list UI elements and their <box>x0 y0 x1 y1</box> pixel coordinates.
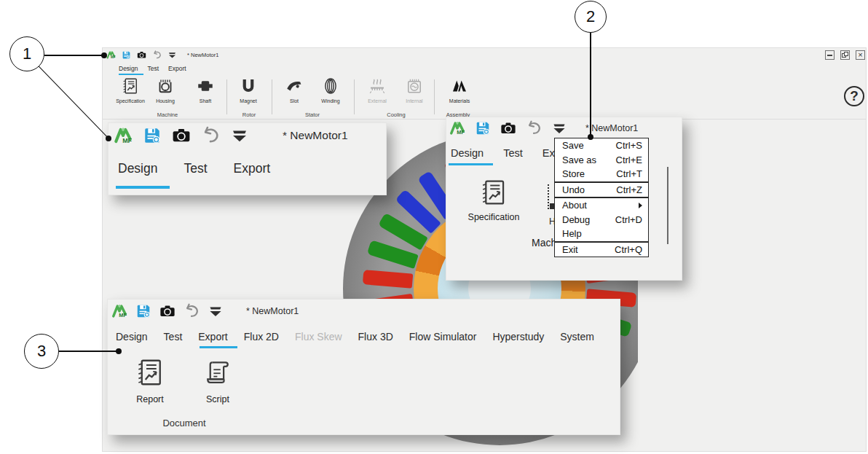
camera-icon[interactable] <box>500 120 516 136</box>
ribbon-item-specification[interactable]: Specification <box>451 179 537 222</box>
save-icon[interactable] <box>475 120 491 136</box>
tab-design[interactable]: Design <box>119 65 138 72</box>
slot-icon <box>285 85 303 97</box>
camera-icon[interactable] <box>159 303 175 319</box>
help-button[interactable]: ? <box>844 86 864 106</box>
tab-test[interactable]: Test <box>147 65 159 72</box>
menu-chevron-icon[interactable] <box>208 303 224 319</box>
tab-test[interactable]: Test <box>503 147 523 159</box>
tab-hyperstudy[interactable]: Hyperstudy <box>492 331 544 343</box>
fluxmotor-logo-icon[interactable] <box>106 50 116 60</box>
ribbon-separator <box>667 167 668 244</box>
save-icon[interactable] <box>135 303 151 319</box>
motor-title: * NewMotor1 <box>187 52 218 58</box>
tab-flux-2d[interactable]: Flux 2D <box>244 331 279 343</box>
housing-icon <box>157 85 174 97</box>
menu-item-help[interactable]: Help <box>555 227 648 241</box>
active-tab-underline <box>449 163 493 165</box>
menu-chevron-icon[interactable] <box>167 50 177 60</box>
ribbon-separator <box>272 79 272 114</box>
callout-2: 2 <box>575 1 607 33</box>
menu-item-save-as[interactable]: Save as Ctrl+E <box>555 153 648 168</box>
tab-flow-simulator[interactable]: Flow Simulator <box>409 331 477 343</box>
submenu-arrow-icon <box>639 203 642 208</box>
ribbon-group-machine: Machine <box>135 111 200 118</box>
fluxmotor-logo-icon[interactable] <box>114 126 133 145</box>
ribbon-item-report[interactable]: Report <box>122 358 178 404</box>
shaft-icon <box>197 85 214 97</box>
camera-icon[interactable] <box>137 50 146 60</box>
menu-item-store[interactable]: Store Ctrl+T <box>555 167 648 181</box>
magnet-icon <box>240 85 257 97</box>
tab-system[interactable]: System <box>560 331 594 343</box>
materials-icon <box>451 85 468 97</box>
tab-flux-3d[interactable]: Flux 3D <box>358 331 393 343</box>
menu-chevron-icon[interactable] <box>551 120 567 136</box>
script-icon <box>203 377 232 389</box>
tab-test[interactable]: Test <box>164 331 183 343</box>
ribbon-item-materials[interactable]: Materials <box>439 77 480 103</box>
menu-item-save[interactable]: Save Ctrl+S <box>555 138 648 153</box>
ribbon-item-winding[interactable]: Winding <box>310 77 351 103</box>
ribbon-item-slot[interactable]: Slot <box>274 77 315 103</box>
specification-icon <box>122 85 139 97</box>
page: * NewMotor1 Design Test Export Specifica… <box>0 0 868 454</box>
main-tab-bar: Design Test Export <box>119 65 186 72</box>
camera-icon[interactable] <box>172 126 191 145</box>
undo-icon[interactable] <box>184 303 200 319</box>
ribbon-separator <box>354 79 355 114</box>
save-icon[interactable] <box>143 126 162 145</box>
undo-icon[interactable] <box>201 126 220 145</box>
callout-1-line <box>37 65 108 138</box>
ribbon-item-magnet[interactable]: Magnet <box>228 77 269 103</box>
report-icon <box>135 377 165 389</box>
menu-item-undo[interactable]: Undo Ctrl+Z <box>555 183 648 197</box>
motor-title: * NewMotor1 <box>283 129 348 142</box>
housing-icon-partial <box>548 184 554 209</box>
undo-icon[interactable] <box>152 50 162 60</box>
ribbon-item-script[interactable]: Script <box>189 358 246 404</box>
ribbon-item-external[interactable]: External <box>357 77 398 103</box>
callout-3: 3 <box>24 334 59 369</box>
undo-icon[interactable] <box>526 120 542 136</box>
tab-test[interactable]: Test <box>184 161 207 176</box>
ribbon-group-stator: Stator <box>280 111 345 118</box>
restore-button[interactable] <box>840 50 850 60</box>
menu-item-debug[interactable]: Debug Ctrl+D <box>555 213 648 227</box>
overlay-toolbar-zoom: * NewMotor1 Design Test Export <box>108 122 387 195</box>
save-icon[interactable] <box>122 50 131 60</box>
callout-2-line <box>590 33 591 137</box>
tab-design[interactable]: Design <box>118 161 157 176</box>
main-toolbar: * NewMotor1 <box>106 50 218 60</box>
active-tab-underline <box>119 74 143 75</box>
internal-cooling-icon <box>406 85 423 97</box>
tab-export[interactable]: Export <box>198 331 227 343</box>
ribbon-item-housing[interactable]: Housing <box>145 77 186 103</box>
ribbon-item-internal[interactable]: Internal <box>394 77 435 103</box>
ribbon-group-cooling: Cooling <box>363 111 429 118</box>
minimize-button[interactable] <box>825 50 835 60</box>
main-ribbon: Specification Housing Shaft Magnet Slot <box>103 77 866 119</box>
overlay1-tab-bar: Design Test Export <box>118 161 270 176</box>
menu-item-about[interactable]: About <box>555 198 648 213</box>
specification-icon <box>480 196 508 208</box>
ribbon-separator <box>434 79 435 114</box>
ribbon-item-shaft[interactable]: Shaft <box>185 77 226 103</box>
fluxmotor-logo-icon[interactable] <box>449 120 465 136</box>
motor-title: * NewMotor1 <box>585 123 638 133</box>
ribbon-separator <box>226 79 227 114</box>
tab-export[interactable]: Export <box>168 65 186 72</box>
menu-chevron-icon[interactable] <box>230 126 249 145</box>
menu-item-exit[interactable]: Exit Ctrl+Q <box>555 243 648 257</box>
active-tab-underline <box>200 346 237 348</box>
overlay3-toolbar: * NewMotor1 <box>111 303 299 319</box>
tab-flux-skew[interactable]: Flux Skew <box>295 331 342 343</box>
active-tab-underline <box>116 186 170 189</box>
tab-design[interactable]: Design <box>451 147 484 159</box>
close-button[interactable]: × <box>856 50 865 60</box>
fluxmotor-logo-icon[interactable] <box>111 303 127 319</box>
overlay2-toolbar: * NewMotor1 <box>449 120 638 136</box>
overlay-menu-zoom: * NewMotor1 Design Test Export Specifica… <box>446 117 682 281</box>
tab-export[interactable]: Export <box>234 161 271 176</box>
tab-design[interactable]: Design <box>116 331 148 343</box>
